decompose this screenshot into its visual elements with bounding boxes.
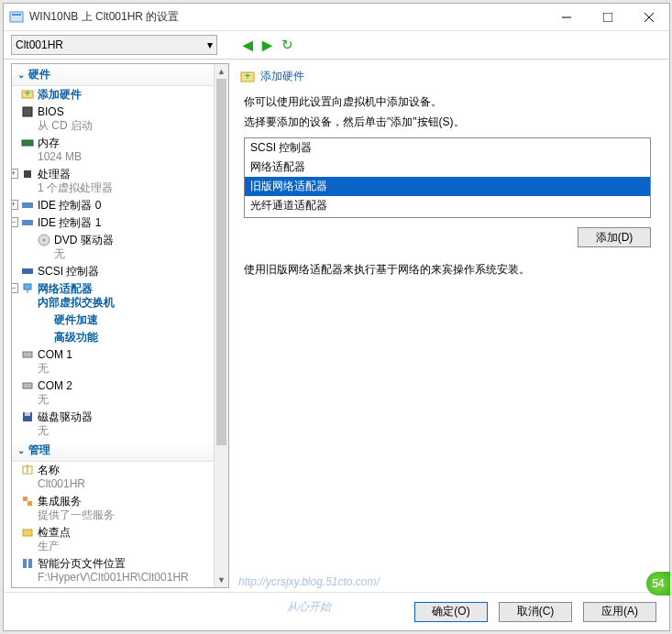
svg-rect-1 <box>12 14 21 16</box>
device-option[interactable]: 光纤通道适配器 <box>245 196 650 215</box>
svg-rect-21 <box>25 412 30 416</box>
vm-selected-label: Clt001HR <box>16 38 63 51</box>
sidebar-item-advanced[interactable]: 高级功能 <box>12 329 214 346</box>
cancel-button[interactable]: 取消(C) <box>499 602 572 622</box>
section-hardware[interactable]: ⌄ 硬件 <box>12 64 214 86</box>
sidebar-item-dvd[interactable]: DVD 驱动器 无 <box>12 232 214 263</box>
collapse-icon: ⌄ <box>17 445 25 455</box>
sidebar-item-name[interactable]: I 名称 Clt001HR <box>12 462 214 493</box>
sidebar-item-autostart[interactable]: 自动启动操作 如果以前运行过，则重新启动 <box>12 586 214 587</box>
svg-rect-16 <box>24 284 31 290</box>
minimize-button[interactable] <box>545 4 587 30</box>
sidebar-item-nic[interactable]: − 网络适配器 内部虚拟交换机 <box>12 280 214 312</box>
disc-icon <box>38 234 50 246</box>
svg-rect-3 <box>603 13 612 22</box>
sidebar-item-checkpoint[interactable]: 检查点 生产 <box>12 524 214 555</box>
vm-selector[interactable]: Clt001HR ▾ <box>11 35 217 55</box>
ok-button[interactable]: 确定(O) <box>414 602 488 622</box>
svg-text:I: I <box>26 464 28 476</box>
close-button[interactable] <box>628 4 669 30</box>
sidebar-item-hw-accel[interactable]: 硬件加速 <box>12 312 214 329</box>
svg-rect-25 <box>28 501 32 506</box>
maximize-button[interactable] <box>587 4 628 30</box>
device-option-selected[interactable]: 旧版网络适配器 <box>245 177 650 196</box>
cpu-icon <box>21 168 34 180</box>
svg-rect-10 <box>24 170 31 178</box>
sidebar-item-com1[interactable]: COM 1 无 <box>12 346 214 377</box>
sidebar-item-cpu[interactable]: + 处理器 1 个虚拟处理器 <box>12 166 214 197</box>
add-hardware-icon: + <box>21 88 34 101</box>
svg-rect-27 <box>23 559 27 568</box>
nav-next-icon[interactable]: ▶ <box>262 38 272 52</box>
apply-button[interactable]: 应用(A) <box>583 602 656 622</box>
content-desc2: 选择要添加的设备，然后单击"添加"按钮(S)。 <box>233 114 662 134</box>
floppy-icon <box>21 410 34 423</box>
badge-icon: 54 <box>646 572 670 596</box>
collapse-icon[interactable]: − <box>12 283 18 293</box>
sidebar-item-com2[interactable]: COM 2 无 <box>12 377 214 409</box>
sidebar-item-add-hardware[interactable]: + 添加硬件 <box>12 86 214 104</box>
scroll-up-icon[interactable]: ▲ <box>215 64 228 79</box>
svg-rect-8 <box>23 107 32 116</box>
sidebar-item-scsi[interactable]: SCSI 控制器 <box>12 263 214 280</box>
device-listbox[interactable]: SCSI 控制器 网络适配器 旧版网络适配器 光纤通道适配器 <box>244 137 651 218</box>
nav-prev-icon[interactable]: ◀ <box>243 38 253 52</box>
controller-icon <box>21 216 34 229</box>
svg-text:+: + <box>24 88 30 100</box>
svg-rect-26 <box>23 530 32 536</box>
svg-rect-9 <box>22 140 33 146</box>
svg-rect-12 <box>22 220 33 225</box>
svg-rect-28 <box>28 559 32 568</box>
sidebar-item-integration[interactable]: 集成服务 提供了一些服务 <box>12 493 214 524</box>
chevron-down-icon: ▾ <box>207 38 213 51</box>
network-icon <box>21 282 34 295</box>
sidebar: ⌄ 硬件 + 添加硬件 BIOS 从 CD 启动 内存 1024 MB + 处理… <box>12 64 214 587</box>
device-hint: 使用旧版网络适配器来执行基于网络的来宾操作系统安装。 <box>233 247 662 278</box>
svg-point-14 <box>43 239 46 242</box>
scroll-thumb[interactable] <box>216 79 226 445</box>
section-management-label: 管理 <box>28 443 50 458</box>
scsi-icon <box>21 265 34 278</box>
content-header: + 添加硬件 <box>233 63 662 93</box>
svg-rect-24 <box>23 497 28 501</box>
settings-window: WIN10NB 上 Clt001HR 的设置 Clt001HR ▾ ◀ ▶ ↻ … <box>3 3 670 631</box>
expand-icon[interactable]: + <box>12 169 18 179</box>
sidebar-item-floppy[interactable]: 磁盘驱动器 无 <box>12 409 214 440</box>
dialog-footer: 确定(O) 取消(C) 应用(A) <box>4 592 669 630</box>
section-management[interactable]: ⌄ 管理 <box>12 440 214 462</box>
svg-text:+: + <box>244 70 250 82</box>
sidebar-item-ide1[interactable]: − IDE 控制器 1 <box>12 214 214 232</box>
collapse-icon[interactable]: − <box>12 217 18 227</box>
checkpoint-icon <box>21 526 34 539</box>
expand-icon[interactable]: + <box>12 200 18 210</box>
svg-rect-11 <box>22 202 33 208</box>
content-desc1: 你可以使用此设置向虚拟机中添加设备。 <box>233 93 662 114</box>
serial-port-icon <box>21 348 34 361</box>
section-hardware-label: 硬件 <box>28 67 50 82</box>
serial-port-icon <box>21 379 34 392</box>
titlebar: WIN10NB 上 Clt001HR 的设置 <box>4 4 669 31</box>
app-icon <box>9 10 24 25</box>
sidebar-scrollbar[interactable]: ▲ ▼ <box>214 64 228 587</box>
device-option[interactable]: SCSI 控制器 <box>245 138 650 158</box>
content-title: 添加硬件 <box>260 69 304 84</box>
refresh-icon[interactable]: ↻ <box>281 37 293 53</box>
add-button[interactable]: 添加(D) <box>578 227 651 247</box>
add-hardware-icon: + <box>240 70 255 84</box>
memory-icon <box>21 137 34 149</box>
services-icon <box>21 495 34 508</box>
paging-icon <box>21 557 34 570</box>
name-icon: I <box>21 464 34 476</box>
svg-rect-19 <box>23 383 32 388</box>
controller-icon <box>21 199 34 212</box>
content-pane: + 添加硬件 你可以使用此设置向虚拟机中添加设备。 选择要添加的设备，然后单击"… <box>233 63 662 588</box>
svg-rect-15 <box>22 268 33 274</box>
sidebar-item-bios[interactable]: BIOS 从 CD 启动 <box>12 104 214 135</box>
device-option[interactable]: 网络适配器 <box>245 158 650 177</box>
toolbar: Clt001HR ▾ ◀ ▶ ↻ <box>4 31 669 59</box>
sidebar-item-memory[interactable]: 内存 1024 MB <box>12 135 214 166</box>
sidebar-item-paging[interactable]: 智能分页文件位置 F:\HyperV\Clt001HR\Clt001HR <box>12 555 214 586</box>
scroll-down-icon[interactable]: ▼ <box>215 573 228 587</box>
chip-icon <box>21 105 34 118</box>
sidebar-item-ide0[interactable]: + IDE 控制器 0 <box>12 197 214 214</box>
